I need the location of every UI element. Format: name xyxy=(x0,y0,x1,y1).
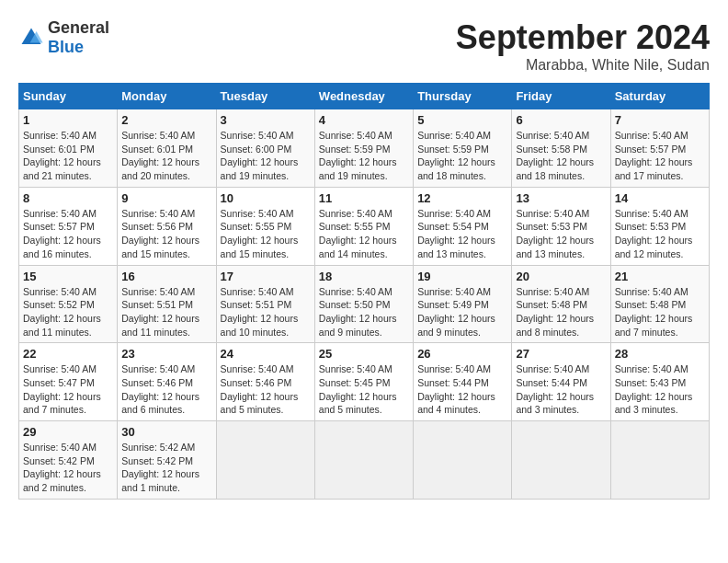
calendar-cell: 23Sunrise: 5:40 AMSunset: 5:46 PMDayligh… xyxy=(118,343,216,421)
day-info: Sunrise: 5:40 AMSunset: 5:57 PMDaylight:… xyxy=(23,207,113,261)
day-number: 7 xyxy=(615,113,705,127)
day-info: Sunrise: 5:40 AMSunset: 5:48 PMDaylight:… xyxy=(615,285,705,339)
calendar-table: Sunday Monday Tuesday Wednesday Thursday… xyxy=(18,83,710,500)
day-info: Sunrise: 5:40 AMSunset: 5:51 PMDaylight:… xyxy=(221,285,311,339)
day-number: 19 xyxy=(417,270,507,283)
calendar-cell: 21Sunrise: 5:40 AMSunset: 5:48 PMDayligh… xyxy=(610,265,709,343)
day-info: Sunrise: 5:40 AMSunset: 6:00 PMDaylight:… xyxy=(221,129,311,183)
calendar-cell: 16Sunrise: 5:40 AMSunset: 5:51 PMDayligh… xyxy=(118,265,216,343)
calendar-cell: 8Sunrise: 5:40 AMSunset: 5:57 PMDaylight… xyxy=(19,187,118,265)
day-info: Sunrise: 5:40 AMSunset: 5:46 PMDaylight:… xyxy=(221,362,311,417)
calendar-cell: 5Sunrise: 5:40 AMSunset: 5:59 PMDaylight… xyxy=(414,109,512,188)
day-number: 5 xyxy=(417,113,507,127)
header-thursday: Thursday xyxy=(414,84,512,109)
day-number: 25 xyxy=(319,347,409,361)
day-info: Sunrise: 5:40 AMSunset: 5:46 PMDaylight:… xyxy=(121,362,211,417)
calendar-cell: 11Sunrise: 5:40 AMSunset: 5:55 PMDayligh… xyxy=(314,187,413,265)
day-info: Sunrise: 5:40 AMSunset: 5:55 PMDaylight:… xyxy=(221,207,311,261)
day-info: Sunrise: 5:40 AMSunset: 5:55 PMDaylight:… xyxy=(319,207,409,261)
day-number: 12 xyxy=(417,191,507,205)
day-number: 20 xyxy=(516,270,606,283)
calendar-cell: 13Sunrise: 5:40 AMSunset: 5:53 PMDayligh… xyxy=(512,187,610,265)
day-info: Sunrise: 5:40 AMSunset: 5:57 PMDaylight:… xyxy=(615,129,705,183)
day-number: 8 xyxy=(23,191,113,205)
calendar-week-row: 1Sunrise: 5:40 AMSunset: 6:01 PMDaylight… xyxy=(19,109,710,188)
day-info: Sunrise: 5:40 AMSunset: 5:58 PMDaylight:… xyxy=(516,129,606,183)
day-info: Sunrise: 5:40 AMSunset: 5:59 PMDaylight:… xyxy=(417,129,507,183)
header-tuesday: Tuesday xyxy=(216,84,314,109)
day-number: 3 xyxy=(221,113,311,127)
calendar-cell: 25Sunrise: 5:40 AMSunset: 5:45 PMDayligh… xyxy=(314,343,413,421)
day-number: 15 xyxy=(23,270,113,283)
calendar-cell: 3Sunrise: 5:40 AMSunset: 6:00 PMDaylight… xyxy=(216,109,314,188)
logo-icon xyxy=(18,25,44,51)
calendar-week-row: 29Sunrise: 5:40 AMSunset: 5:42 PMDayligh… xyxy=(19,421,710,500)
day-number: 14 xyxy=(615,191,705,205)
logo-blue-text: Blue xyxy=(48,38,84,56)
calendar-cell xyxy=(314,421,413,500)
calendar-cell xyxy=(512,421,610,500)
day-info: Sunrise: 5:40 AMSunset: 5:50 PMDaylight:… xyxy=(319,285,409,339)
day-number: 16 xyxy=(121,270,211,283)
day-number: 28 xyxy=(615,347,705,361)
day-info: Sunrise: 5:40 AMSunset: 5:47 PMDaylight:… xyxy=(23,362,113,417)
calendar-cell: 4Sunrise: 5:40 AMSunset: 5:59 PMDaylight… xyxy=(314,109,413,188)
calendar-cell: 17Sunrise: 5:40 AMSunset: 5:51 PMDayligh… xyxy=(216,265,314,343)
calendar-cell: 12Sunrise: 5:40 AMSunset: 5:54 PMDayligh… xyxy=(414,187,512,265)
day-number: 30 xyxy=(121,425,211,439)
day-number: 9 xyxy=(121,191,211,205)
calendar-cell: 10Sunrise: 5:40 AMSunset: 5:55 PMDayligh… xyxy=(216,187,314,265)
calendar-week-row: 15Sunrise: 5:40 AMSunset: 5:52 PMDayligh… xyxy=(19,265,710,343)
title-section: September 2024 Marabba, White Nile, Suda… xyxy=(456,18,710,74)
calendar-cell xyxy=(414,421,512,500)
day-number: 13 xyxy=(516,191,606,205)
calendar-cell: 22Sunrise: 5:40 AMSunset: 5:47 PMDayligh… xyxy=(19,343,118,421)
day-info: Sunrise: 5:40 AMSunset: 5:44 PMDaylight:… xyxy=(516,362,606,417)
day-info: Sunrise: 5:40 AMSunset: 5:45 PMDaylight:… xyxy=(319,362,409,417)
day-number: 27 xyxy=(516,347,606,361)
calendar-cell: 6Sunrise: 5:40 AMSunset: 5:58 PMDaylight… xyxy=(512,109,610,188)
day-number: 11 xyxy=(319,191,409,205)
day-info: Sunrise: 5:40 AMSunset: 5:53 PMDaylight:… xyxy=(615,207,705,261)
calendar-cell: 30Sunrise: 5:42 AMSunset: 5:42 PMDayligh… xyxy=(118,421,216,500)
calendar-cell xyxy=(216,421,314,500)
calendar-cell: 15Sunrise: 5:40 AMSunset: 5:52 PMDayligh… xyxy=(19,265,118,343)
calendar-cell: 27Sunrise: 5:40 AMSunset: 5:44 PMDayligh… xyxy=(512,343,610,421)
day-info: Sunrise: 5:40 AMSunset: 6:01 PMDaylight:… xyxy=(121,129,211,183)
day-info: Sunrise: 5:40 AMSunset: 5:56 PMDaylight:… xyxy=(121,207,211,261)
page-subtitle: Marabba, White Nile, Sudan xyxy=(456,57,710,74)
day-number: 1 xyxy=(23,113,113,127)
calendar-cell: 2Sunrise: 5:40 AMSunset: 6:01 PMDaylight… xyxy=(118,109,216,188)
calendar-cell: 29Sunrise: 5:40 AMSunset: 5:42 PMDayligh… xyxy=(19,421,118,500)
logo-general-text: General xyxy=(48,18,109,37)
weekday-header-row: Sunday Monday Tuesday Wednesday Thursday… xyxy=(19,84,710,109)
day-info: Sunrise: 5:42 AMSunset: 5:42 PMDaylight:… xyxy=(121,441,211,495)
day-info: Sunrise: 5:40 AMSunset: 5:49 PMDaylight:… xyxy=(417,285,507,339)
calendar-cell: 14Sunrise: 5:40 AMSunset: 5:53 PMDayligh… xyxy=(610,187,709,265)
header-monday: Monday xyxy=(118,84,216,109)
day-number: 4 xyxy=(319,113,409,127)
page-title: September 2024 xyxy=(456,18,710,57)
header-sunday: Sunday xyxy=(19,84,118,109)
day-info: Sunrise: 5:40 AMSunset: 5:54 PMDaylight:… xyxy=(417,207,507,261)
day-number: 10 xyxy=(221,191,311,205)
day-info: Sunrise: 5:40 AMSunset: 5:44 PMDaylight:… xyxy=(417,362,507,417)
day-number: 2 xyxy=(121,113,211,127)
day-info: Sunrise: 5:40 AMSunset: 5:51 PMDaylight:… xyxy=(121,285,211,339)
day-number: 17 xyxy=(221,270,311,283)
day-info: Sunrise: 5:40 AMSunset: 5:48 PMDaylight:… xyxy=(516,285,606,339)
day-number: 22 xyxy=(23,347,113,361)
calendar-week-row: 8Sunrise: 5:40 AMSunset: 5:57 PMDaylight… xyxy=(19,187,710,265)
day-number: 18 xyxy=(319,270,409,283)
day-info: Sunrise: 5:40 AMSunset: 5:42 PMDaylight:… xyxy=(23,441,113,495)
day-info: Sunrise: 5:40 AMSunset: 5:43 PMDaylight:… xyxy=(615,362,705,417)
day-number: 26 xyxy=(417,347,507,361)
day-info: Sunrise: 5:40 AMSunset: 5:59 PMDaylight:… xyxy=(319,129,409,183)
day-number: 21 xyxy=(615,270,705,283)
logo: General Blue xyxy=(18,18,109,57)
calendar-cell xyxy=(610,421,709,500)
header: General Blue September 2024 Marabba, Whi… xyxy=(18,18,710,74)
calendar-cell: 20Sunrise: 5:40 AMSunset: 5:48 PMDayligh… xyxy=(512,265,610,343)
calendar-cell: 24Sunrise: 5:40 AMSunset: 5:46 PMDayligh… xyxy=(216,343,314,421)
day-info: Sunrise: 5:40 AMSunset: 5:52 PMDaylight:… xyxy=(23,285,113,339)
